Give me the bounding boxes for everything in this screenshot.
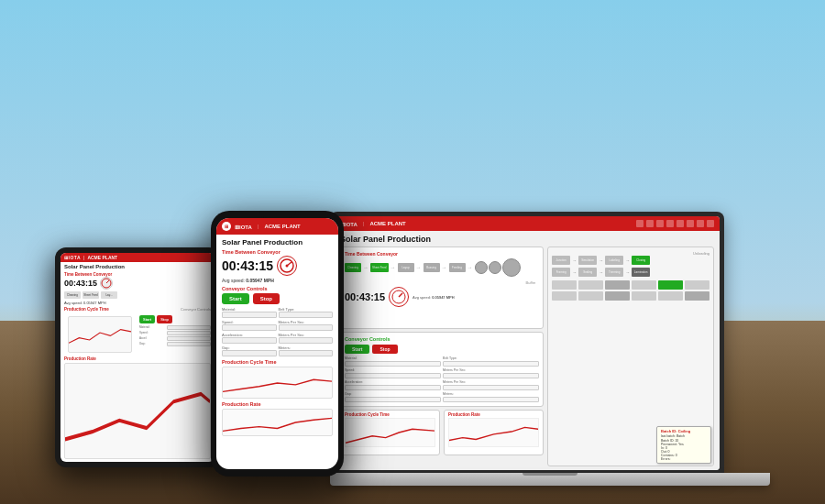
phone-stop-button[interactable]: Stop [253, 293, 280, 304]
toolbar-icon-2[interactable] [646, 220, 654, 227]
laptop-base [330, 473, 770, 486]
machine-3 [605, 280, 630, 290]
laptop-conveyor-label: Conveyor Controls [345, 336, 539, 342]
laptop-main-area: Time Between Conveyor Cleaning → Sheet F… [340, 247, 714, 466]
phone-prod-rate-label: Production Rate [222, 401, 333, 407]
toolbar-icon-6[interactable] [687, 220, 694, 227]
tablet-material-input[interactable] [167, 325, 211, 330]
toolbar-icon-3[interactable] [656, 220, 664, 227]
toolbar-icon-5[interactable] [676, 220, 684, 227]
pf-arrow-5: → [599, 269, 603, 275]
pf-sealing: Sealing [578, 268, 597, 277]
laptop-process-flow: Unloading Junction → Simulation → Labeli… [547, 247, 714, 466]
tablet-conveyor-ctrl: Start Stop Material: Speed: Accel: [139, 315, 211, 354]
laptop-plant: ACME PLANT [369, 221, 405, 226]
pf-arrow-4: → [572, 269, 577, 275]
laptop-speed-input[interactable] [345, 373, 441, 378]
phone-start-button[interactable]: Start [222, 293, 249, 304]
tablet-accel-label: Accel: [139, 336, 165, 341]
laptop-toolbar: ⊞IOTA | ACME PLANT [335, 216, 720, 231]
laptop-start-button[interactable]: Start [345, 345, 369, 354]
tablet-speed-label: Speed: [139, 331, 165, 335]
tablet-flow-cleaning: Cleaning [64, 291, 81, 299]
flow-cleaning: Cleaning [345, 263, 361, 272]
tablet-page-title: Solar Panel Production [60, 262, 214, 271]
laptop-avg: Avg speed: 0.05947 MPH [412, 295, 455, 300]
phone-gap-value[interactable] [222, 350, 277, 356]
phone-speed-value[interactable] [222, 324, 277, 331]
laptop-meters-input[interactable] [443, 397, 539, 402]
machine-7 [552, 291, 577, 301]
flow-arrow-5: → [468, 265, 473, 270]
laptop-accel-input[interactable] [345, 385, 441, 390]
phone-belt-value[interactable] [279, 312, 334, 318]
tablet-divider: | [83, 255, 84, 260]
phone-screen: ⊞ ⊞IOTA | ACME PLANT Solar Panel Product… [216, 218, 338, 469]
toolbar-icon-4[interactable] [666, 220, 674, 227]
laptop-belt-input[interactable] [443, 361, 539, 367]
laptop-batch-tooltip: Batch ID: Coiling last batch: Batch Batc… [656, 426, 711, 464]
phone-material-value[interactable] [222, 312, 277, 318]
phone-prod-rate-chart [222, 409, 333, 436]
laptop-rate-chart [448, 418, 539, 447]
tablet-flow-row: Cleaning Sheet Feed Lay... [60, 290, 214, 301]
laptop-gap-input[interactable] [345, 397, 441, 402]
phone-field-speed: Speed: [222, 320, 277, 331]
phone-separator: | [258, 224, 259, 229]
toolbar-icon-7[interactable] [697, 220, 704, 227]
laptop-mps-input[interactable] [443, 373, 539, 378]
machine-8 [578, 291, 603, 301]
phone-mps-value[interactable] [279, 324, 334, 331]
pf-simulation: Simulation [578, 256, 597, 265]
svg-line-1 [106, 280, 109, 283]
tablet-plant: ACME PLANT [87, 255, 117, 260]
tablet-prod-rate-chart [64, 363, 211, 459]
laptop-separator: | [363, 221, 365, 226]
batch-title: Batch ID: Coiling [661, 429, 707, 433]
phone-field-gap: Gap: [222, 345, 277, 356]
phone-field-meters: Meters: [279, 345, 334, 356]
tablet-speed-input[interactable] [167, 331, 211, 335]
phone-prod-cycle-label: Production Cycle Time [222, 359, 333, 365]
phone-mps2-value[interactable] [279, 337, 334, 344]
phone-accel-value[interactable] [222, 337, 277, 344]
laptop-meters-label: Meters: [443, 392, 539, 396]
laptop-stop-button[interactable]: Stop [372, 345, 397, 354]
laptop-content: Solar Panel Production Time Between Conv… [335, 231, 720, 470]
tablet-screen: ⊞IOTA | ACME PLANT Solar Panel Productio… [60, 253, 214, 462]
tablet-header: ⊞IOTA | ACME PLANT [60, 253, 214, 262]
laptop-screen: ⊞IOTA | ACME PLANT [335, 216, 720, 470]
tablet-accel-input[interactable] [167, 336, 211, 341]
laptop-material-label: Material: [345, 356, 441, 360]
pf-arrow-6: → [625, 269, 630, 275]
flow-bussing: Bussing [424, 263, 440, 272]
flow-feeding: Feeding [449, 263, 466, 272]
flow-arrow-3: → [416, 265, 422, 270]
toolbar-icon-1[interactable] [636, 220, 644, 227]
machine-2 [578, 280, 603, 290]
laptop-machine-grid [552, 280, 710, 301]
tablet-gap-label: Gap: [139, 342, 165, 346]
phone-cycle-chart [222, 367, 333, 399]
tablet-gap-input[interactable] [167, 342, 211, 346]
tablet-material-label: Material: [139, 325, 165, 330]
tablet-stop-button[interactable]: Stop [157, 315, 172, 323]
svg-line-6 [399, 293, 402, 297]
tablet-field-accel: Accel: [139, 336, 211, 341]
pf-arrow-1: → [572, 257, 577, 263]
laptop-timer: 00:43:15 [345, 291, 385, 302]
laptop-flow-diagram: Time Between Conveyor Cleaning → Sheet F… [340, 247, 544, 329]
laptop-buffer-label: Buffer [345, 280, 539, 285]
phone-btn-row: Start Stop [222, 293, 333, 304]
laptop-mps2-input[interactable] [443, 385, 539, 390]
phone-ctrl-label: Conveyor Controls [222, 286, 333, 291]
tablet-timer-row: 00:43:15 [60, 277, 214, 290]
laptop-material-input[interactable] [345, 361, 441, 367]
toolbar-icon-8[interactable] [707, 220, 714, 227]
tablet-start-button[interactable]: Start [139, 315, 155, 323]
tablet-field-gap: Gap: [139, 342, 211, 346]
flow-circle-2 [489, 261, 501, 274]
phone-meters-value[interactable] [279, 350, 334, 356]
pf-framing: Framing [552, 268, 570, 277]
laptop-rate-chart-title: Production Rate [448, 412, 539, 417]
